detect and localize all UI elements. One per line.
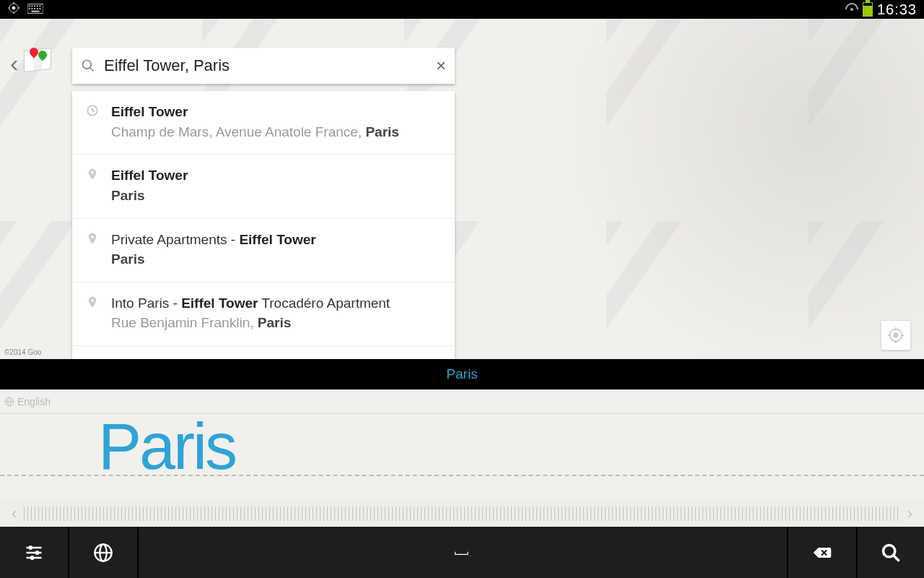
suggestion-subtitle: Paris [111, 186, 188, 205]
suggestion-subtitle: Rue Benjamin Franklin, Paris [111, 314, 390, 332]
handwriting-current-word: Paris [98, 410, 235, 484]
svg-rect-13 [32, 10, 40, 12]
map-canvas[interactable]: ©2014 Goo ‹ × Eiffel TowerChamp de Mars,… [0, 19, 924, 359]
svg-text:...: ... [468, 553, 471, 556]
keyboard-search-button[interactable] [858, 527, 924, 578]
svg-point-27 [35, 551, 40, 555]
keyboard-language-label: English [17, 396, 51, 407]
search-box[interactable]: × [72, 48, 455, 84]
svg-rect-3 [29, 5, 30, 7]
suggestion-subtitle: Champ de Mars, Avenue Anatole France, Pa… [111, 123, 399, 142]
svg-rect-11 [37, 8, 38, 9]
maps-app-icon [24, 49, 51, 77]
keyboard-space-button[interactable]: ... [139, 527, 788, 578]
svg-point-28 [30, 556, 35, 560]
chevron-left-icon: ‹ [10, 51, 18, 75]
keyboard-backspace-button[interactable] [788, 527, 858, 578]
search-icon [81, 59, 95, 73]
suggestion-item[interactable]: Into Paris - Eiffel Tower Trocadéro Apar… [72, 282, 455, 346]
handwriting-area[interactable]: er, Paris [0, 414, 924, 501]
keyboard-candidate-bar[interactable]: Paris [0, 359, 924, 389]
svg-rect-12 [40, 8, 41, 9]
svg-line-34 [894, 555, 899, 561]
place-icon [85, 230, 100, 269]
my-location-button[interactable] [881, 320, 911, 350]
svg-point-33 [884, 545, 895, 556]
svg-rect-4 [32, 5, 33, 7]
candidate-word[interactable]: Paris [446, 366, 477, 382]
suggestion-title: Private Apartments - Eiffel Tower [111, 230, 316, 249]
svg-point-20 [91, 235, 94, 238]
scroll-left-button[interactable]: ‹ [7, 504, 21, 523]
svg-rect-8 [29, 8, 30, 9]
svg-rect-6 [37, 5, 38, 7]
back-button[interactable]: ‹ [10, 49, 51, 77]
battery-icon [863, 2, 873, 17]
status-bar: 16:33 [0, 0, 924, 19]
search-input[interactable] [104, 56, 427, 75]
suggestion-title: Eiffel Tower [111, 103, 399, 121]
keyboard-settings-button[interactable] [0, 527, 69, 578]
globe-icon [4, 397, 14, 407]
svg-rect-10 [34, 8, 35, 9]
suggestion-item[interactable]: Eiffel TowerParis [72, 155, 455, 218]
svg-line-17 [90, 68, 94, 72]
suggestion-item[interactable]: Private Apartments - Eiffel TowerParis [72, 219, 455, 282]
svg-point-19 [91, 171, 94, 174]
ruler-icon[interactable] [24, 506, 899, 521]
map-attribution: ©2014 Goo [4, 348, 41, 356]
place-icon [85, 166, 100, 204]
history-icon [85, 103, 100, 141]
svg-rect-5 [34, 5, 35, 7]
keyboard-toolbar: ... [0, 527, 924, 578]
svg-point-26 [28, 545, 32, 550]
gps-icon [7, 1, 20, 18]
scroll-right-button[interactable]: › [903, 504, 917, 523]
svg-point-16 [83, 61, 92, 69]
clock: 16:33 [877, 1, 917, 18]
clear-search-button[interactable]: × [436, 57, 446, 74]
handwriting-scroll-row: ‹ › [0, 501, 924, 527]
svg-rect-7 [40, 5, 41, 7]
keyboard-indicator-icon [27, 2, 43, 17]
place-icon [85, 294, 100, 332]
svg-rect-9 [32, 8, 33, 9]
svg-point-21 [91, 299, 94, 302]
wifi-icon [845, 3, 858, 16]
svg-point-0 [12, 6, 16, 9]
svg-point-14 [893, 332, 898, 337]
suggestion-title: Eiffel Tower [111, 166, 188, 185]
suggestion-subtitle: Paris [111, 250, 316, 269]
suggestion-title: Into Paris - Eiffel Tower Trocadéro Apar… [111, 294, 390, 313]
keyboard-language-button[interactable] [69, 527, 139, 578]
suggestion-item[interactable]: Eiffel TowerChamp de Mars, Avenue Anatol… [72, 91, 455, 155]
